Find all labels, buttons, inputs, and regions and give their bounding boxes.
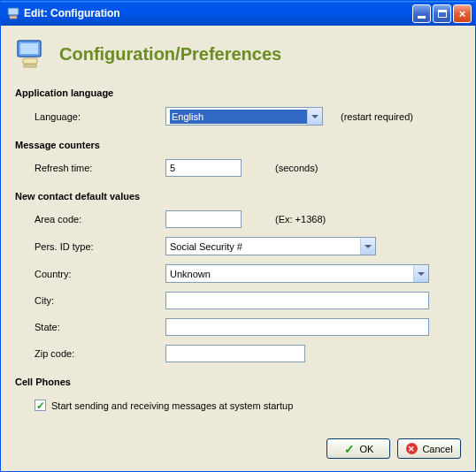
label-language: Language: [35, 111, 165, 122]
section-title-app-language: Application language [15, 88, 461, 98]
row-state: State: [15, 318, 461, 336]
dialog-buttons: ✓ OK ✕ Cancel [15, 438, 461, 459]
dialog-header: Configuration/Preferences [15, 38, 461, 70]
zip-code-input[interactable] [165, 345, 305, 362]
app-icon [6, 6, 20, 20]
country-select[interactable]: Unknown [165, 264, 429, 283]
cancel-button-label: Cancel [422, 444, 452, 454]
label-state: State: [35, 322, 165, 332]
window-frame: Edit: Configuration × Configuration/Pref… [0, 0, 476, 472]
area-code-input[interactable] [165, 210, 242, 228]
label-city: City: [35, 295, 165, 306]
chevron-down-icon [307, 108, 322, 125]
cancel-icon: ✕ [405, 443, 418, 455]
refresh-time-input[interactable] [165, 159, 242, 177]
row-country: Country: Unknown [15, 264, 461, 283]
svg-rect-1 [10, 16, 17, 19]
row-area-code: Area code: (Ex: +1368) [15, 210, 461, 228]
window-title: Edit: Configuration [24, 7, 412, 19]
section-title-message-counters: Message counters [15, 140, 461, 150]
row-pers-id-type: Pers. ID type: Social Security # [15, 237, 461, 255]
chevron-down-icon [360, 238, 375, 255]
svg-rect-3 [20, 43, 38, 54]
state-input[interactable] [165, 318, 429, 336]
titlebar[interactable]: Edit: Configuration × [1, 1, 475, 26]
hint-area-code: (Ex: +1368) [275, 214, 326, 225]
country-value: Unknown [170, 269, 413, 279]
minimize-button[interactable] [412, 4, 431, 23]
startup-checkbox[interactable]: ✓ [35, 400, 46, 411]
row-zip-code: Zip code: [15, 345, 461, 362]
row-language: Language: English (restart required) [15, 107, 461, 126]
row-startup-checkbox: ✓ Start sending and receiving messages a… [15, 400, 461, 411]
section-title-cell-phones: Cell Phones [15, 377, 461, 387]
svg-rect-0 [8, 8, 19, 15]
chevron-down-icon [413, 265, 428, 282]
ok-icon: ✓ [343, 443, 356, 455]
ok-button-label: OK [360, 444, 374, 454]
hint-restart-required: (restart required) [341, 111, 413, 122]
maximize-button[interactable] [433, 4, 451, 23]
check-icon: ✓ [36, 401, 45, 410]
section-title-new-contact: New contact default values [15, 191, 461, 202]
window-controls: × [412, 4, 472, 23]
startup-checkbox-label[interactable]: Start sending and receiving messages at … [51, 400, 293, 411]
row-refresh-time: Refresh time: (seconds) [15, 159, 461, 177]
pers-id-type-select[interactable]: Social Security # [165, 237, 376, 255]
label-area-code: Area code: [35, 214, 165, 225]
label-country: Country: [35, 269, 165, 279]
ok-button[interactable]: ✓ OK [326, 438, 390, 459]
pers-id-type-value: Social Security # [170, 241, 360, 252]
close-button[interactable]: × [453, 4, 472, 23]
dialog-body: Configuration/Preferences Application la… [1, 26, 475, 471]
page-title: Configuration/Preferences [59, 44, 281, 65]
language-select-value: English [170, 110, 307, 124]
cancel-button[interactable]: ✕ Cancel [397, 438, 461, 459]
label-pers-id-type: Pers. ID type: [35, 241, 165, 252]
city-input[interactable] [165, 292, 429, 309]
row-city: City: [15, 292, 461, 309]
language-select[interactable]: English [165, 107, 323, 126]
label-refresh-time: Refresh time: [35, 163, 165, 173]
svg-rect-4 [23, 58, 37, 64]
label-zip-code: Zip code: [35, 348, 165, 359]
monitor-icon [15, 38, 47, 70]
svg-rect-5 [24, 65, 36, 67]
hint-seconds: (seconds) [275, 163, 318, 173]
